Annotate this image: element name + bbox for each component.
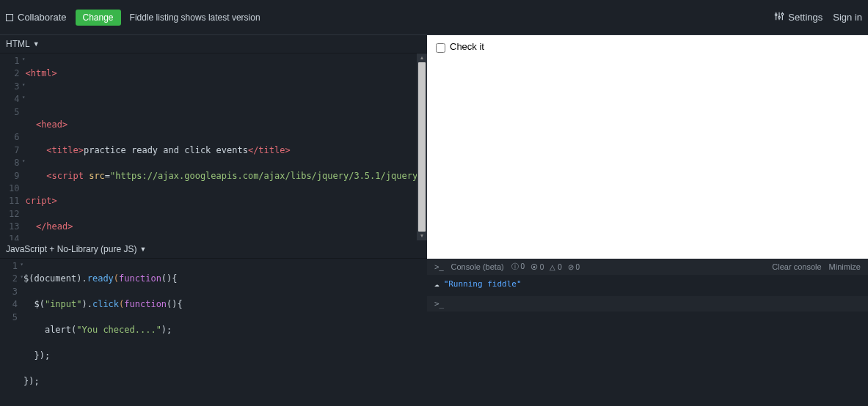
svg-point-1 bbox=[776, 14, 778, 16]
console-message-text: "Running fiddle" bbox=[444, 279, 522, 289]
console-message: ☁ "Running fiddle" bbox=[434, 279, 861, 289]
console-counts: ⓘ 0 ⦿ 0 △ 0 ⊘ 0 bbox=[511, 262, 580, 272]
console-area: >_ Console (beta) ⓘ 0 ⦿ 0 △ 0 ⊘ 0 Clear … bbox=[427, 259, 868, 406]
topbar-left: Collaborate Change Fiddle listing shows … bbox=[6, 10, 260, 26]
main: HTML ▼ 1▾23▾4▾5 678▾9101112131415 <html>… bbox=[0, 35, 868, 406]
html-code-lines: <html> <head> <title>practice ready and … bbox=[25, 55, 427, 240]
collaborate-button[interactable]: Collaborate bbox=[6, 12, 67, 23]
settings-button[interactable]: Settings bbox=[774, 11, 823, 23]
html-scrollbar[interactable]: ▴ ▾ bbox=[417, 53, 427, 240]
js-editor[interactable]: 1▾2▾345 $(document).ready(function(){ $(… bbox=[0, 259, 427, 406]
check-checkbox[interactable] bbox=[436, 43, 445, 53]
scroll-down-icon: ▾ bbox=[420, 232, 423, 240]
checkbox-label: Check it bbox=[450, 41, 484, 52]
console-body: ☁ "Running fiddle" bbox=[427, 275, 868, 293]
js-panel-header[interactable]: JavaScript + No-Library (pure JS) ▼ bbox=[0, 240, 427, 259]
svg-point-5 bbox=[781, 13, 784, 15]
right-column: Check it >_ Console (beta) ⓘ 0 ⦿ 0 △ 0 ⊘… bbox=[427, 35, 868, 406]
change-button[interactable]: Change bbox=[76, 10, 121, 26]
warn-count: △ 0 bbox=[550, 263, 561, 271]
signin-link[interactable]: Sign in bbox=[833, 12, 862, 23]
svg-point-3 bbox=[778, 16, 781, 18]
clear-console-button[interactable]: Clear console bbox=[772, 262, 821, 271]
console-prompt-icon: >_ bbox=[434, 262, 444, 271]
info-count: ⓘ 0 bbox=[511, 262, 525, 272]
error-count: ⊘ 0 bbox=[568, 263, 580, 271]
html-editor[interactable]: 1▾23▾4▾5 678▾9101112131415 <html> <head>… bbox=[0, 53, 427, 240]
html-panel-label: HTML bbox=[6, 39, 30, 49]
console-title: Console (beta) bbox=[451, 262, 504, 271]
topbar: Collaborate Change Fiddle listing shows … bbox=[0, 0, 868, 35]
minimize-console-button[interactable]: Minimize bbox=[829, 262, 861, 271]
console-header: >_ Console (beta) ⓘ 0 ⦿ 0 △ 0 ⊘ 0 Clear … bbox=[427, 259, 868, 275]
preview-pane: Check it bbox=[427, 35, 868, 259]
scroll-up-icon: ▴ bbox=[420, 54, 423, 62]
listing-text: Fiddle listing shows latest version bbox=[130, 12, 260, 23]
chevron-down-icon: ▼ bbox=[139, 246, 146, 253]
topbar-right: Settings Sign in bbox=[774, 11, 862, 23]
chevron-down-icon: ▼ bbox=[33, 40, 40, 48]
sliders-icon bbox=[774, 11, 784, 23]
log-count: ⦿ 0 bbox=[530, 263, 544, 271]
collaborate-icon bbox=[6, 14, 13, 21]
left-column: HTML ▼ 1▾23▾4▾5 678▾9101112131415 <html>… bbox=[0, 35, 427, 406]
js-gutter: 1▾2▾345 bbox=[0, 260, 23, 406]
cloud-icon: ☁ bbox=[434, 279, 440, 289]
collaborate-label: Collaborate bbox=[18, 12, 67, 23]
js-panel-label: JavaScript + No-Library (pure JS) bbox=[6, 244, 136, 254]
settings-label: Settings bbox=[788, 12, 823, 23]
scroll-thumb[interactable] bbox=[418, 62, 426, 232]
html-gutter: 1▾23▾4▾5 678▾9101112131415 bbox=[0, 55, 25, 240]
console-input-prompt[interactable]: >_ bbox=[427, 296, 868, 311]
js-code-lines: $(document).ready(function(){ $("input")… bbox=[23, 260, 427, 406]
html-panel-header[interactable]: HTML ▼ bbox=[0, 35, 427, 53]
